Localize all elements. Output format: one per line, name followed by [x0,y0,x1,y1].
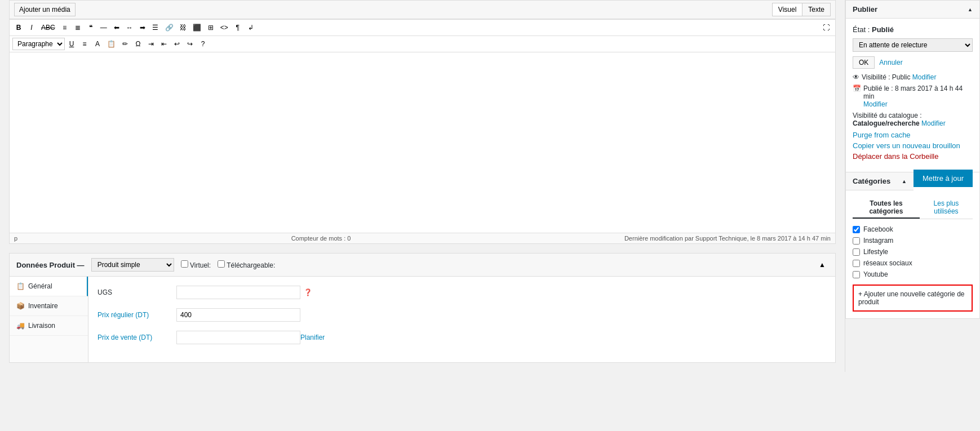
cat-checkbox-youtube[interactable] [853,271,860,278]
last-modified: Dernière modification par Support Techni… [624,235,831,242]
align-left-button[interactable]: ⬅ [110,21,123,34]
top-toolbar: Ajouter un média Visuel Texte [9,0,836,19]
italic-button[interactable]: I [25,21,38,34]
cancel-button[interactable]: Annuler [879,56,902,69]
table-button[interactable]: ⊞ [205,21,217,34]
update-button[interactable]: Mettre à jour [914,170,973,187]
inventaire-icon: 📦 [16,302,25,310]
tab-inventaire[interactable]: 📦 Inventaire [10,296,88,316]
view-tabs: Visuel Texte [772,3,831,16]
general-icon: 📋 [16,282,25,290]
justify-button[interactable]: ≡ [78,38,91,50]
unlink-button[interactable]: ⛓ [177,21,189,34]
ugs-label: UGS [97,288,176,296]
categories-header-title: Catégories [853,177,890,185]
add-category-section[interactable]: + Ajouter une nouvelle catégorie de prod… [853,285,973,312]
price-regular-input[interactable] [176,308,300,322]
price-regular-input-wrapper [176,308,300,322]
move-trash-link[interactable]: Déplacer dans la Corbeille [853,152,973,161]
publish-panel: Publier État : Publié En attente de rele… [845,0,980,172]
paste-text-button[interactable]: 📋 [104,38,118,50]
catalog-modify-link[interactable]: Modifier [921,119,946,127]
tab-text[interactable]: Texte [802,3,831,16]
publish-panel-content: État : Publié En attente de relecture Br… [846,19,979,172]
paragraph-select[interactable]: Paragraphe Titre 1 Titre 2 Titre 3 [12,38,65,50]
code-button[interactable]: <> [218,21,231,34]
paragraph-button[interactable]: ¶ [232,21,244,34]
align-right-button[interactable]: ➡ [136,21,149,34]
list-item: Instagram [853,235,973,246]
align-center-button[interactable]: ↔ [123,21,136,34]
cat-label-reseaux: réseaux sociaux [863,259,912,267]
cat-label-lifestyle: Lifestyle [863,248,888,256]
tab-visual[interactable]: Visuel [772,3,802,16]
product-type-select[interactable]: Produit simple Produit groupé Produit ex… [91,258,174,272]
add-media-button[interactable]: Ajouter un média [14,3,76,16]
eye-icon: 👁 [853,73,859,81]
product-data-collapse[interactable]: ▲ [816,259,828,271]
ugs-help-icon[interactable]: ❓ [304,288,312,296]
publish-status-row: État : Publié [853,25,973,34]
virtual-label[interactable]: Virtuel: [181,260,211,269]
help-button[interactable]: ? [197,38,209,50]
downloadable-checkbox[interactable] [218,260,225,268]
purge-cache-link[interactable]: Purge from cache [853,131,973,139]
underline-button[interactable]: U [65,38,78,50]
toolbar-left: Ajouter un média [14,3,76,16]
product-data-header: Données Produit — Produit simple Produit… [10,254,835,277]
copy-draft-link[interactable]: Copier vers un nouveau brouillon [853,141,973,150]
insert-readmore-button[interactable]: ⬛ [190,21,204,34]
product-data-title: Données Produit — [16,261,85,269]
cat-checkbox-facebook[interactable] [853,226,860,233]
price-sale-input[interactable] [176,331,300,344]
highlight-button[interactable]: ✏ [119,38,131,50]
tab-general[interactable]: 📋 Général [10,277,88,296]
ok-button[interactable]: OK [853,56,875,69]
ordered-list-button[interactable]: ≣ [72,21,84,34]
publish-links: Purge from cache Copier vers un nouveau … [853,131,973,161]
price-sale-label: Prix de vente (DT) [97,334,176,341]
published-modify-link[interactable]: Modifier [863,100,888,108]
outdent-button[interactable]: ⇤ [158,38,170,50]
visibility-modify-link[interactable]: Modifier [912,73,937,81]
rtl-button[interactable]: ↲ [245,21,257,34]
cat-checkbox-lifestyle[interactable] [853,248,860,256]
status-value: Publié [872,25,894,34]
fullscreen-button[interactable]: ⛶ [820,21,832,34]
categories-panel-collapse[interactable] [902,178,907,184]
downloadable-label[interactable]: Téléchargeable: [218,260,275,269]
bold-button[interactable]: B [12,21,25,34]
format-toolbar-2: Paragraphe Titre 1 Titre 2 Titre 3 U ≡ A… [9,35,836,52]
undo-button[interactable]: ↩ [171,38,183,50]
cat-tab-most-used[interactable]: Les plus utilisées [920,197,973,219]
editor-content[interactable] [15,58,830,227]
add-category-link[interactable]: + Ajouter une nouvelle catégorie de prod… [858,290,964,306]
product-tab-content: UGS ❓ Prix régulier (DT) [88,277,835,362]
strikethrough-button[interactable]: ABC [38,21,58,34]
editor-status: p Compteur de mots : 0 Dernière modifica… [9,233,836,244]
category-list: Facebook Instagram Lifestyle réseaux soc… [853,224,973,280]
publish-panel-collapse[interactable] [968,6,973,12]
list-item: Facebook [853,224,973,235]
indent-button[interactable]: ⇥ [145,38,157,50]
text-color-button[interactable]: A [91,38,104,50]
virtual-checkbox[interactable] [181,260,188,268]
editor-area[interactable] [9,52,836,233]
cat-checkbox-reseaux[interactable] [853,260,860,267]
ugs-input[interactable] [176,286,300,299]
horizontal-rule-button[interactable]: — [97,21,110,34]
ugs-input-wrapper [176,286,300,299]
unordered-list-button[interactable]: ≡ [59,21,71,34]
price-sale-schedule-link[interactable]: Planifier [300,334,325,341]
cat-tab-all[interactable]: Toutes les catégories [853,197,920,219]
align-justify-button[interactable]: ☰ [149,21,162,34]
ugs-field-row: UGS ❓ [97,286,826,299]
link-button[interactable]: 🔗 [162,21,176,34]
cat-checkbox-instagram[interactable] [853,237,860,245]
special-char-button[interactable]: Ω [132,38,144,50]
tab-livraison[interactable]: 🚚 Livraison [10,316,88,336]
redo-button[interactable]: ↪ [184,38,196,50]
blockquote-button[interactable]: ❝ [85,21,97,34]
state-select[interactable]: En attente de relecture Brouillon Publié [853,38,973,52]
category-tabs: Toutes les catégories Les plus utilisées [853,197,973,219]
